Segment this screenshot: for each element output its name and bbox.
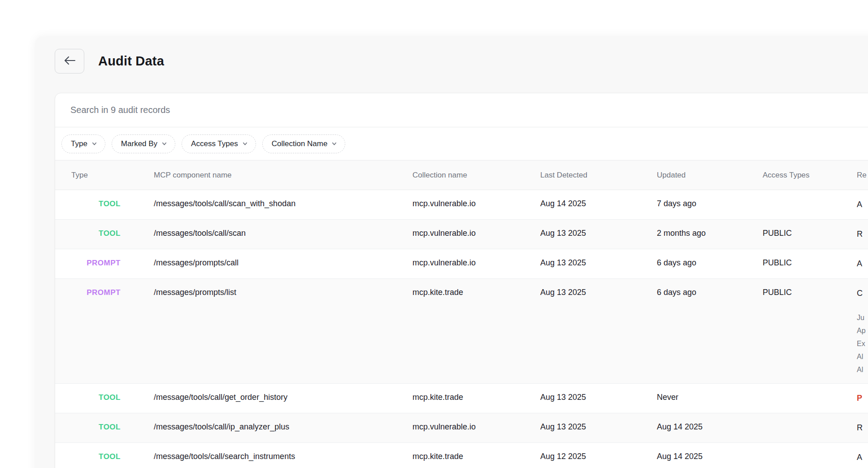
audit-table: Type MCP component name Collection name … [55, 160, 868, 468]
re-detail-line: Ju [857, 311, 868, 324]
back-button[interactable] [55, 49, 84, 74]
updated-cell: 7 days ago [657, 190, 763, 220]
last-detected-cell: Aug 14 2025 [540, 190, 657, 220]
table-row[interactable]: TOOL /messages/tools/call/scan mcp.vulne… [55, 220, 868, 249]
chevron-down-icon [331, 141, 337, 147]
column-header-last-detected: Last Detected [540, 160, 657, 190]
updated-cell: Aug 14 2025 [657, 413, 763, 443]
access-types-cell [763, 413, 857, 443]
table-row[interactable]: TOOL /messages/tools/call/scan_with_shod… [55, 190, 868, 220]
access-types-cell: PUBLIC [763, 220, 857, 249]
filter-chip-label: Access Types [191, 139, 238, 148]
collection-name-cell: mcp.kite.trade [412, 384, 540, 413]
component-name-cell: /messages/prompts/list [154, 279, 412, 384]
component-name-cell: /messages/prompts/call [154, 249, 412, 279]
collection-name-cell: mcp.vulnerable.io [412, 249, 540, 279]
filter-chip-access-types[interactable]: Access Types [182, 134, 256, 153]
re-detail-lines: Ju Ap Ex Al Al [857, 311, 868, 376]
access-types-cell: PUBLIC [763, 279, 857, 384]
component-name-cell: /messages/tools/call/scan_with_shodan [154, 190, 412, 220]
re-detail-line: Ap [857, 324, 868, 337]
collection-name-cell: mcp.vulnerable.io [412, 190, 540, 220]
filter-chip-type[interactable]: Type [61, 134, 105, 153]
updated-cell: 2 months ago [657, 220, 763, 249]
column-header-access-types: Access Types [763, 160, 857, 190]
audit-content-card: Type Marked By Access Types Collection N… [55, 93, 868, 468]
updated-cell: Aug 14 2025 [657, 443, 763, 468]
type-badge: TOOL [99, 199, 121, 208]
table-header: Type MCP component name Collection name … [55, 160, 868, 190]
table-row[interactable]: TOOL /message/tools/call/search_instrume… [55, 443, 868, 468]
search-input[interactable] [55, 93, 868, 127]
access-types-cell [763, 443, 857, 468]
re-cell: A [857, 258, 868, 269]
filter-chip-label: Marked By [121, 139, 157, 148]
chevron-down-icon [242, 141, 248, 147]
access-types-cell: PUBLIC [763, 249, 857, 279]
chevron-down-icon [161, 141, 167, 147]
component-name-cell: /message/tools/call/get_order_history [154, 384, 412, 413]
last-detected-cell: Aug 13 2025 [540, 249, 657, 279]
column-header-re: Re [857, 160, 868, 190]
filter-chip-marked-by[interactable]: Marked By [112, 134, 175, 153]
filter-chip-collection-name[interactable]: Collection Name [262, 134, 346, 153]
last-detected-cell: Aug 13 2025 [540, 384, 657, 413]
updated-cell: Never [657, 384, 763, 413]
re-cell: R [857, 229, 868, 239]
access-types-cell [763, 384, 857, 413]
type-badge: TOOL [99, 423, 121, 431]
re-detail-line: Al [857, 363, 868, 376]
last-detected-cell: Aug 13 2025 [540, 413, 657, 443]
component-name-cell: /message/tools/call/search_instruments [154, 443, 412, 468]
table-row[interactable]: TOOL /messages/tools/call/ip_analyzer_pl… [55, 413, 868, 443]
type-badge: TOOL [99, 393, 121, 402]
table-row[interactable]: PROMPT /messages/prompts/call mcp.vulner… [55, 249, 868, 279]
column-header-updated: Updated [657, 160, 763, 190]
filter-chip-label: Type [71, 139, 87, 148]
last-detected-cell: Aug 12 2025 [540, 443, 657, 468]
column-header-type: Type [55, 160, 154, 190]
re-cell: P [857, 393, 868, 403]
table-row[interactable]: PROMPT /messages/prompts/list mcp.kite.t… [55, 279, 868, 384]
search-bar [55, 93, 868, 127]
re-detail-line: Al [857, 350, 868, 363]
table-row[interactable]: TOOL /message/tools/call/get_order_histo… [55, 384, 868, 413]
re-cell: A [857, 452, 868, 463]
column-header-component: MCP component name [154, 160, 412, 190]
component-name-cell: /messages/tools/call/ip_analyzer_plus [154, 413, 412, 443]
collection-name-cell: mcp.kite.trade [412, 443, 540, 468]
filter-chip-label: Collection Name [272, 139, 328, 148]
filters-row: Type Marked By Access Types Collection N… [55, 127, 868, 160]
last-detected-cell: Aug 13 2025 [540, 279, 657, 384]
collection-name-cell: mcp.vulnerable.io [412, 413, 540, 443]
collection-name-cell: mcp.kite.trade [412, 279, 540, 384]
type-badge: TOOL [99, 229, 121, 238]
page-header: Audit Data [35, 36, 868, 74]
access-types-cell [763, 190, 857, 220]
updated-cell: 6 days ago [657, 249, 763, 279]
audit-page-card: Audit Data Type Marked By Access Types [35, 36, 868, 468]
type-badge: PROMPT [87, 259, 121, 267]
component-name-cell: /messages/tools/call/scan [154, 220, 412, 249]
page-title: Audit Data [98, 54, 164, 69]
column-header-collection: Collection name [412, 160, 540, 190]
re-cell: A [857, 199, 868, 210]
re-cell: R [857, 422, 868, 433]
arrow-left-icon [64, 55, 76, 67]
updated-cell: 6 days ago [657, 279, 763, 384]
re-detail-line: Ex [857, 337, 868, 350]
type-badge: PROMPT [87, 288, 121, 297]
chevron-down-icon [91, 141, 97, 147]
last-detected-cell: Aug 13 2025 [540, 220, 657, 249]
re-cell: C [857, 288, 868, 299]
type-badge: TOOL [99, 452, 121, 461]
collection-name-cell: mcp.vulnerable.io [412, 220, 540, 249]
